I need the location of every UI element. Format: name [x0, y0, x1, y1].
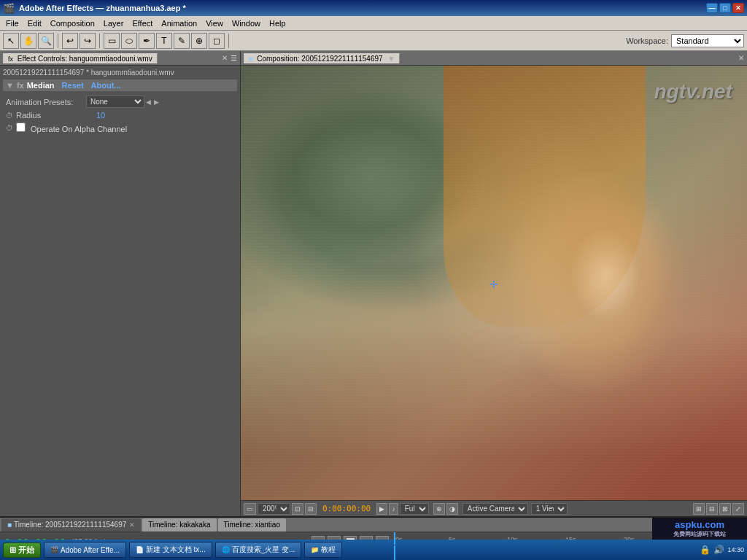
tl-playhead-top[interactable]: [394, 532, 395, 545]
text-icon: 📄: [136, 546, 144, 553]
maximize-button[interactable]: □: [719, 3, 731, 13]
tool-text[interactable]: T: [156, 33, 172, 49]
comp-exposure-btn[interactable]: ◑: [446, 503, 458, 515]
ec-effect-icon: fx: [17, 81, 24, 90]
folder-icon: 📁: [311, 546, 319, 553]
comp-audio-btn[interactable]: ♪: [389, 503, 398, 515]
comp-fit2-btn[interactable]: ⊟: [305, 503, 317, 515]
timeline-tab-1[interactable]: Timeline: kakakaka: [142, 518, 216, 532]
ec-radius-value[interactable]: 10: [96, 111, 105, 120]
tool-zoom[interactable]: 🔍: [38, 33, 54, 49]
tool-ellipse[interactable]: ⬭: [121, 33, 137, 49]
jiaocheng-label: 教程: [321, 545, 336, 555]
ec-radius-label: Radius: [16, 111, 96, 120]
tray-volume[interactable]: 🔊: [713, 545, 724, 555]
timeline-tab-label-1: Timeline: kakakaka: [148, 521, 210, 529]
comp-channels-btn[interactable]: ⊕: [433, 503, 445, 515]
left-panel-close[interactable]: ✕: [222, 54, 228, 62]
tool-eraser[interactable]: ◻: [209, 33, 225, 49]
tray-network[interactable]: 🔒: [700, 545, 711, 555]
tl-playhead[interactable]: [394, 545, 395, 560]
menu-effect[interactable]: Effect: [128, 18, 157, 29]
menu-edit[interactable]: Edit: [23, 18, 46, 29]
title-bar-text: Adobe After Effects — zhuanmanhua3.aep *: [19, 4, 186, 12]
ec-reset-btn[interactable]: Reset: [62, 81, 84, 90]
menu-file[interactable]: File: [1, 18, 23, 29]
comp-panel-close[interactable]: ✕: [738, 54, 744, 62]
comp-fit-btn[interactable]: ⊡: [292, 503, 303, 515]
tool-rotate1[interactable]: ↩: [62, 33, 78, 49]
effect-controls-tab[interactable]: fx Effect Controls: hanguommtiaodouni.wm…: [3, 53, 158, 63]
comp-play-btn[interactable]: ▶: [376, 503, 387, 515]
comp-fullscreen-btn[interactable]: ⤢: [732, 503, 744, 515]
text-label: 新建 文本文档 tx...: [146, 545, 206, 555]
ec-prev-preset[interactable]: ◀: [146, 98, 151, 106]
comp-guides-btn[interactable]: ⊠: [719, 503, 731, 515]
aspku-main: aspku.com: [675, 519, 724, 530]
start-label: 开始: [18, 545, 34, 556]
toolbar-sep-3: [228, 34, 229, 48]
left-panel: fx Effect Controls: hanguommtiaodouni.wm…: [0, 51, 241, 516]
minimize-button[interactable]: —: [706, 3, 718, 13]
menu-view[interactable]: View: [201, 18, 228, 29]
comp-header: ■ Composition: 20051219221111154697 ▼ ✕: [241, 51, 747, 66]
comp-zoom-select[interactable]: 200% 100% 50%: [258, 503, 290, 515]
ec-radius-stopwatch[interactable]: ⏱: [6, 112, 13, 120]
timeline-tab-2[interactable]: Timeline: xiantiao: [218, 518, 286, 532]
comp-view-select[interactable]: 1 View: [531, 503, 568, 515]
main-toolbar: ↖ ✋ 🔍 ↩ ↪ ▭ ⬭ ✒ T ✎ ⊕ ◻ Workspace: Stand…: [0, 31, 747, 51]
menu-help[interactable]: Help: [265, 18, 290, 29]
comp-grid-btn[interactable]: ⊟: [706, 503, 718, 515]
comp-tab-icon: ■: [249, 55, 252, 63]
tool-clone[interactable]: ⊕: [191, 33, 207, 49]
start-button[interactable]: ⊞ 开始: [3, 542, 41, 558]
menu-composition[interactable]: Composition: [46, 18, 99, 29]
ec-alpha-check: Operate On Alpha Channel: [16, 122, 127, 133]
workspace-label: Workspace:: [626, 36, 668, 45]
tool-pen[interactable]: ✒: [139, 33, 155, 49]
taskbar-item-baidu[interactable]: 🌐 百度搜索_火星 变...: [215, 542, 302, 558]
ec-file-title: 20051219221111154697 * hanguommtiaodouni…: [3, 69, 237, 77]
ec-radius-row: ⏱ Radius 10: [3, 109, 237, 121]
close-button[interactable]: ✕: [732, 3, 744, 13]
comp-preview-icon[interactable]: ▭: [244, 503, 256, 515]
left-panel-menu[interactable]: ☰: [231, 54, 237, 62]
ec-presets-select[interactable]: None: [86, 96, 144, 108]
windows-icon: ⊞: [9, 545, 16, 555]
tool-paint[interactable]: ✎: [174, 33, 190, 49]
title-bar-left: 🎬 Adobe After Effects — zhuanmanhua3.aep…: [3, 3, 186, 14]
ec-effect-header: ▼ fx Median Reset About...: [3, 79, 237, 91]
comp-tab-dropdown[interactable]: ▼: [387, 55, 395, 63]
ec-alpha-checkbox[interactable]: [16, 122, 26, 132]
ec-expand-icon[interactable]: ▼: [6, 81, 14, 90]
main-area: fx Effect Controls: hanguommtiaodouni.wm…: [0, 51, 747, 516]
tool-rect[interactable]: ▭: [104, 33, 120, 49]
comp-resolution-select[interactable]: Full Half Quarter: [400, 503, 429, 515]
workspace-select[interactable]: Standard Minimal All Panels: [671, 34, 744, 47]
ec-presets-row: Animation Presets: None ◀ ▶: [3, 94, 237, 109]
menu-window[interactable]: Window: [228, 18, 265, 29]
ec-about-btn[interactable]: About...: [91, 81, 121, 90]
timeline-tab-close-0[interactable]: ✕: [129, 521, 135, 529]
effect-controls-tab-title: Effect Controls: hanguommtiaodouni.wmv: [18, 55, 152, 63]
menu-layer[interactable]: Layer: [99, 18, 128, 29]
menu-animation[interactable]: Animation: [157, 18, 201, 29]
timeline-tab-label-0: Timeline: 20051219221111154697: [14, 521, 126, 529]
tool-hand[interactable]: ✋: [20, 33, 36, 49]
effect-controls: 20051219221111154697 * hanguommtiaodouni…: [0, 66, 240, 516]
comp-tab-label: Composition: 20051219221111154697: [257, 55, 382, 63]
taskbar-item-text[interactable]: 📄 新建 文本文档 tx...: [129, 542, 212, 558]
ec-alpha-stopwatch[interactable]: ⏱: [6, 124, 13, 132]
crosshair: ✛: [489, 279, 498, 287]
taskbar-item-jiaocheng[interactable]: 📁 教程: [304, 542, 342, 558]
comp-camera-select[interactable]: Active Camera: [462, 503, 528, 515]
comp-snapping-btn[interactable]: ⊞: [693, 503, 705, 515]
tool-select[interactable]: ↖: [3, 33, 19, 49]
menu-bar: File Edit Composition Layer Effect Anima…: [0, 16, 747, 31]
comp-tab[interactable]: ■ Composition: 20051219221111154697 ▼: [244, 53, 400, 63]
ec-next-preset[interactable]: ▶: [154, 98, 159, 106]
timeline-tab-0[interactable]: ■ Timeline: 20051219221111154697 ✕: [1, 518, 141, 532]
right-panel: ■ Composition: 20051219221111154697 ▼ ✕ …: [241, 51, 747, 516]
tool-rotate2[interactable]: ↪: [80, 33, 96, 49]
taskbar-item-ae[interactable]: 🎬 Adobe After Effe...: [44, 542, 126, 558]
